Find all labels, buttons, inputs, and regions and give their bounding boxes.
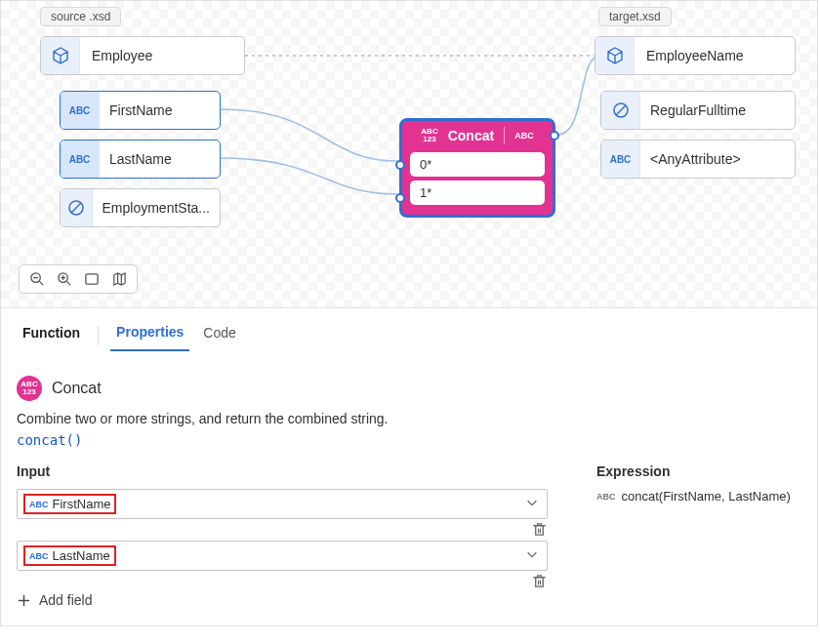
minimap-button[interactable] [111,271,127,287]
node-label: Employee [80,48,164,63]
input-field-1[interactable]: ABC LastName [17,541,548,571]
mapper-canvas[interactable]: source .xsd target.xsd Employee ABC Firs… [0,0,818,308]
source-field-lastname[interactable]: ABC LastName [60,140,221,179]
abc-icon: ABC [61,92,100,129]
abc-icon: ABC [29,551,49,561]
function-signature: concat() [17,432,801,448]
fit-screen-button[interactable] [84,271,100,287]
chevron-down-icon [525,496,539,512]
cube-icon [595,37,635,74]
output-port[interactable] [550,131,559,141]
abc-icon: ABC [514,131,534,141]
node-label: LastName [100,151,182,167]
tab-function[interactable]: Function [17,321,86,350]
input-port-0[interactable] [395,160,405,170]
target-root-employeename[interactable]: EmployeeName [594,36,796,75]
add-field-button[interactable]: Add field [17,592,548,608]
tab-properties[interactable]: Properties [110,320,189,351]
delete-input-0-button[interactable] [531,521,548,541]
source-field-employmentstatus[interactable]: EmploymentSta... [60,188,221,227]
cube-icon [41,37,80,74]
input-heading: Input [17,463,548,479]
zoom-out-button[interactable] [29,271,45,287]
function-title: Concat [448,128,494,143]
add-field-label: Add field [39,592,92,608]
properties-panel: Function Properties Code ABC123 Concat C… [0,308,818,626]
node-label: RegularFulltime [640,102,756,118]
circle-slash-icon [601,92,640,129]
source-field-firstname[interactable]: ABC FirstName [60,91,221,130]
expression-value: concat(FirstName, LastName) [622,489,791,503]
node-label: EmployeeName [635,48,756,63]
input-port-1[interactable] [395,193,405,203]
chevron-down-icon [525,547,539,564]
abc123-icon: ABC123 [17,376,42,401]
abc-icon: ABC [61,141,100,178]
concat-slot-1[interactable]: 1* [410,181,545,205]
function-description: Combine two or more strings, and return … [17,411,801,426]
tab-code[interactable]: Code [197,321,241,350]
circle-slash-icon [61,189,93,226]
delete-input-1-button[interactable] [531,573,548,592]
node-label: <AnyAttribute> [640,151,751,167]
plus-icon [17,593,31,608]
abc-icon: ABC [596,492,616,502]
input-field-0-value: FirstName [53,497,111,511]
source-root-employee[interactable]: Employee [40,36,245,75]
function-name: Concat [52,380,102,397]
canvas-toolbar [19,264,138,294]
function-node-concat[interactable]: ABC123 Concat ABC 0* 1* [399,118,555,218]
abc-icon: ABC [601,141,640,178]
abc-icon: ABC [29,500,49,509]
zoom-in-button[interactable] [57,271,72,287]
input-field-1-value: LastName [53,548,110,563]
node-label: EmploymentSta... [93,200,221,216]
target-field-regularfulltime[interactable]: RegularFulltime [600,91,796,130]
target-field-anyattribute[interactable]: ABC <AnyAttribute> [600,140,796,179]
target-schema-tag: target.xsd [598,7,672,26]
concat-slot-0[interactable]: 0* [410,152,545,177]
source-schema-tag: source .xsd [40,7,121,26]
input-field-0[interactable]: ABC FirstName [17,489,548,519]
abc123-icon: ABC123 [421,128,437,143]
expression-heading: Expression [596,463,801,479]
node-label: FirstName [100,102,183,118]
